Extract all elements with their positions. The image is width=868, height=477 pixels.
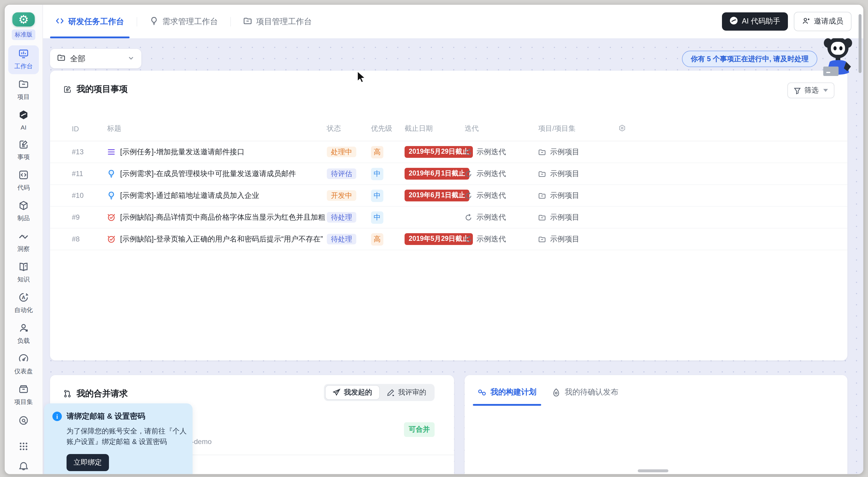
sidebar-item-projects[interactable]: 项目 — [8, 76, 39, 105]
sidebar-item-workload[interactable]: 负载 — [8, 320, 39, 349]
col-title[interactable]: 标题 — [107, 124, 327, 134]
issue-row[interactable]: #13 [示例任务]-增加批量发送邀请邮件接口 处理中 高 2019年5月29日… — [50, 141, 847, 163]
col-priority[interactable]: 优先级 — [371, 124, 405, 134]
iteration-label[interactable]: 示例迭代 — [476, 191, 506, 200]
svg-text:A: A — [22, 295, 25, 300]
sidebar-item-program[interactable]: 项目集 — [8, 381, 39, 410]
tab-requirement-workbench[interactable]: 需求管理工作台 — [137, 5, 230, 38]
col-id[interactable]: ID — [72, 125, 107, 133]
ai-code-assistant-button[interactable]: AI 代码助手 — [722, 12, 788, 31]
caret-down-icon — [823, 89, 828, 92]
iteration-icon — [465, 148, 472, 156]
col-project[interactable]: 项目/项目集 — [538, 124, 618, 134]
tab-dev-task-workbench[interactable]: 研发任务工作台 — [43, 5, 136, 38]
sidebar-item-automation[interactable]: A 自动化 — [8, 289, 39, 318]
col-status[interactable]: 状态 — [327, 124, 371, 134]
sidebar-item-insights[interactable]: 洞察 — [8, 228, 39, 257]
due-date-badge: 2019年6月1日截止 — [405, 190, 469, 201]
funnel-icon — [794, 87, 801, 94]
issue-title[interactable]: [示例任务]-增加批量发送邀请邮件接口 — [120, 147, 244, 157]
project-label[interactable]: 示例项目 — [550, 169, 580, 179]
invite-members-button[interactable]: 邀请成员 — [794, 12, 851, 31]
tab-my-pending-releases[interactable]: 我的待确认发布 — [552, 387, 618, 406]
project-folder-icon — [538, 192, 546, 199]
main-content: 全部 你有 5 个事项正在进行中, 请及时处理 — [43, 38, 863, 474]
apps-grid-icon[interactable] — [18, 441, 29, 454]
sidebar-item-wiki[interactable]: 知识 — [8, 258, 39, 287]
recent-activity-icon[interactable] — [18, 415, 29, 428]
sidebar-item-code[interactable]: 代码 — [8, 167, 39, 195]
issue-title[interactable]: [示例缺陷]-商品详情页中商品价格字体应当显示为红色并且加粗 — [120, 212, 326, 222]
workspace-tabs: 研发任务工作台 需求管理工作台 项目管理工作台 — [43, 5, 324, 38]
iteration-label[interactable]: 示例迭代 — [476, 169, 506, 179]
project-label[interactable]: 示例项目 — [550, 234, 580, 244]
edition-badge: 标准版 — [12, 29, 35, 40]
tab-label: 我的构建计划 — [491, 387, 536, 398]
cube-icon — [18, 200, 29, 213]
iteration-icon — [465, 214, 472, 221]
column-settings-icon[interactable] — [618, 124, 626, 133]
segment-reviewed-by-me[interactable]: 我评审的 — [380, 385, 433, 400]
my-issues-card: 我的项目事项 筛选 ID 标题 状态 优先级 截止日期 迭代 项目/项目集 — [50, 71, 847, 360]
iteration-label[interactable]: 示例迭代 — [476, 147, 506, 157]
sidebar-item-label: 代码 — [18, 184, 30, 192]
project-label[interactable]: 示例项目 — [550, 191, 580, 200]
tab-label: 项目管理工作台 — [256, 16, 312, 27]
issue-title[interactable]: [示例需求]-通过邮箱地址邀请成员加入企业 — [120, 191, 259, 200]
filter-button[interactable]: 筛选 — [787, 83, 834, 98]
bind-now-button[interactable]: 立即绑定 — [66, 454, 109, 471]
status-badge: 待处理 — [327, 234, 356, 244]
issue-row[interactable]: #10 [示例需求]-通过邮箱地址邀请成员加入企业 开发中 中 2019年6月1… — [50, 185, 847, 207]
sidebar-item-dashboard[interactable]: 仪表盘 — [8, 350, 39, 379]
project-label[interactable]: 示例项目 — [550, 147, 580, 157]
project-label[interactable]: 示例项目 — [550, 212, 580, 222]
issue-title[interactable]: [示例缺陷]-登录页输入正确的用户名和密码后提示“用户不存在” — [120, 234, 323, 244]
assistant-bubble[interactable]: 你有 5 个事项正在进行中, 请及时处理 — [682, 51, 817, 67]
horizontal-scrollbar-thumb[interactable] — [638, 469, 669, 472]
status-badge: 待评估 — [327, 168, 356, 179]
issue-row[interactable]: #11 [示例需求]-在成员管理模块中可批量发送邀请成员邮件 待评估 中 201… — [50, 163, 847, 185]
iteration-icon — [465, 235, 472, 243]
requirement-type-icon — [107, 191, 116, 200]
build-link-icon — [477, 388, 487, 396]
person-icon — [18, 323, 29, 336]
bind-tooltip-title: 请绑定邮箱 & 设置密码 — [66, 411, 145, 421]
pen-icon — [387, 389, 395, 396]
release-icon — [552, 388, 561, 396]
browser-window: ⚙ 标准版 工作台 项目 AI 事项 — [4, 4, 864, 475]
sidebar-item-workbench[interactable]: 工作台 — [8, 45, 39, 74]
scope-filter-dropdown[interactable]: 全部 — [50, 49, 141, 68]
issue-id: #8 — [72, 235, 107, 243]
app-logo[interactable]: ⚙ — [12, 12, 35, 27]
tab-label: 我的待确认发布 — [565, 387, 618, 398]
col-due[interactable]: 截止日期 — [405, 124, 465, 134]
active-tab-underline — [50, 36, 129, 38]
infinity-icon — [18, 231, 29, 244]
sidebar-item-issues[interactable]: 事项 — [8, 136, 39, 165]
issue-title[interactable]: [示例需求]-在成员管理模块中可批量发送邀请成员邮件 — [120, 169, 296, 179]
code-icon — [18, 169, 29, 183]
priority-badge: 中 — [371, 189, 383, 202]
issue-row[interactable]: #9 [示例缺陷]-商品详情页中商品价格字体应当显示为红色并且加粗 待处理 中 … — [50, 207, 847, 228]
iteration-label[interactable]: 示例迭代 — [476, 234, 506, 244]
notifications-bell-icon[interactable] — [18, 461, 29, 474]
tab-project-workbench[interactable]: 项目管理工作台 — [231, 5, 324, 38]
robot-mascot[interactable] — [821, 38, 855, 82]
topbar-actions: AI 代码助手 邀请成员 — [722, 12, 863, 31]
vertical-scrollbar-thumb[interactable] — [859, 14, 862, 73]
code-tab-icon — [55, 16, 64, 27]
col-iteration[interactable]: 迭代 — [465, 124, 538, 134]
sidebar-item-label: 知识 — [18, 276, 30, 284]
segment-created-by-me[interactable]: 我发起的 — [325, 385, 380, 400]
folder-icon — [18, 79, 29, 92]
sidebar: ⚙ 标准版 工作台 项目 AI 事项 — [5, 5, 43, 474]
issue-id: #13 — [72, 148, 107, 156]
sidebar-item-ai[interactable]: AI — [8, 106, 39, 134]
sidebar-item-label: 负载 — [18, 337, 30, 345]
sidebar-item-artifacts[interactable]: 制品 — [8, 197, 39, 226]
iteration-label[interactable]: 示例迭代 — [476, 212, 506, 222]
status-badge: 处理中 — [327, 147, 356, 157]
issue-row[interactable]: #8 [示例缺陷]-登录页输入正确的用户名和密码后提示“用户不存在” 待处理 高… — [50, 228, 847, 250]
tab-my-build-plans[interactable]: 我的构建计划 — [477, 387, 536, 406]
status-badge: 待处理 — [327, 212, 356, 223]
